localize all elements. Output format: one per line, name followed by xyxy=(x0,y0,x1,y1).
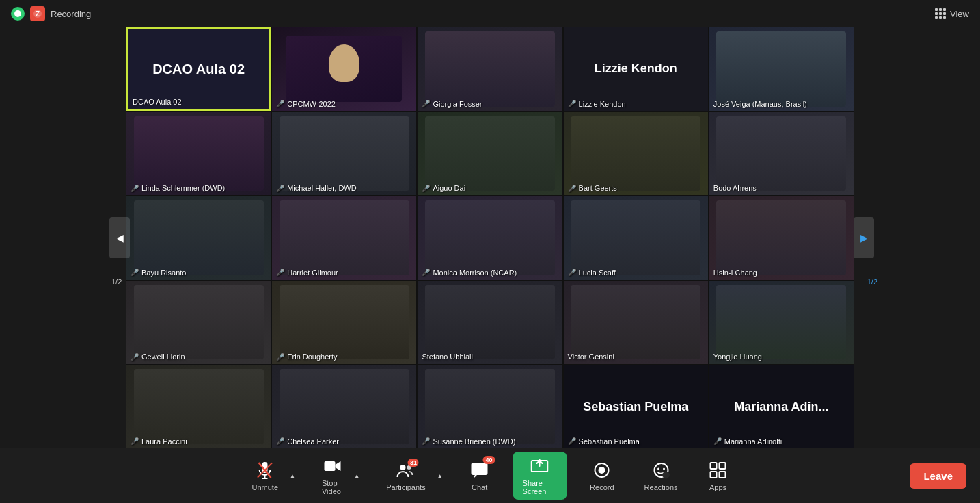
mic-muted-icon: 🎤 xyxy=(276,353,284,361)
svg-rect-9 xyxy=(472,463,488,475)
participant-video xyxy=(418,281,562,364)
view-button[interactable]: View xyxy=(935,8,969,19)
top-bar-left: Z Recording xyxy=(11,6,91,21)
participant-name: 🎤 Sebastian Puelma xyxy=(568,437,640,446)
participant-label: Linda Schlemmer (DWD) xyxy=(141,184,225,192)
participants-label: Participants xyxy=(386,483,425,491)
mic-muted-icon: 🎤 xyxy=(422,437,430,445)
big-participant-name: Lizzie Kendon xyxy=(588,55,684,83)
mic-muted-icon: 🎤 xyxy=(568,185,576,192)
record-label: Record xyxy=(590,483,614,491)
svg-rect-21 xyxy=(720,472,726,478)
participant-label: Aiguo Dai xyxy=(433,184,465,192)
video-tile: Bodo Ahrens xyxy=(709,112,854,195)
mic-muted-icon: 🎤 xyxy=(713,437,722,445)
participant-label: Michael Haller, DWD xyxy=(287,184,356,192)
participants-icon: 31 xyxy=(396,460,416,480)
svg-point-14 xyxy=(657,468,659,470)
participant-label: Lucia Scaff xyxy=(579,269,616,277)
participant-name: 🎤 Gewell Llorin xyxy=(131,353,185,361)
participant-label: Yongjie Huang xyxy=(713,353,762,361)
apps-button[interactable]: Apps xyxy=(701,456,735,495)
participant-video xyxy=(709,196,854,280)
reactions-icon: + xyxy=(651,460,671,480)
name-only-content: Lizzie Kendon xyxy=(564,27,708,111)
participant-name: 🎤 Aiguo Dai xyxy=(422,184,465,192)
participant-name: Victor Gensini xyxy=(568,353,614,361)
video-tile: 🎤 CPCMW-2022 xyxy=(272,27,416,111)
participant-label: Laura Paccini xyxy=(141,437,187,446)
chat-button[interactable]: 40 Chat xyxy=(463,456,497,495)
participants-button[interactable]: 31 Participants xyxy=(379,456,432,495)
participant-label: José Veiga (Manaus, Brasil) xyxy=(713,100,807,108)
toolbar: Unmute ▲ Stop Video ▲ xyxy=(0,448,980,503)
mic-muted-icon: 🎤 xyxy=(422,100,430,107)
participant-name: 🎤 Bart Geerts xyxy=(568,184,617,192)
right-page-num: 1/2 xyxy=(867,277,877,286)
participant-label: Hsin-I Chang xyxy=(713,269,757,277)
participant-name: 🎤 Lizzie Kendon xyxy=(568,100,626,108)
participant-label: Susanne Brienen (DWD) xyxy=(433,437,515,446)
unmute-label: Unmute xyxy=(252,483,279,491)
left-arrow-icon: ◀ xyxy=(116,232,124,243)
participant-video xyxy=(126,112,271,195)
zoom-logo: Z xyxy=(30,6,45,21)
stop-video-button[interactable]: Stop Video xyxy=(315,452,349,500)
leave-button[interactable]: Leave xyxy=(910,463,966,489)
svg-point-7 xyxy=(400,465,406,470)
participant-video xyxy=(709,112,854,195)
video-tile: 🎤 Aiguo Dai xyxy=(418,112,562,195)
participant-name: 🎤 Marianna Adinolfi xyxy=(713,437,782,446)
recording-indicator xyxy=(11,7,25,21)
video-tile: DCAO Aula 02 DCAO Aula 02 xyxy=(126,27,271,111)
participants-caret[interactable]: ▲ xyxy=(434,471,446,481)
big-participant-name: Sebastian Puelma xyxy=(576,393,695,421)
participants-count-badge: 31 xyxy=(408,459,419,467)
mic-muted-icon: 🎤 xyxy=(131,269,139,276)
dcao-title: DCAO Aula 02 xyxy=(152,60,245,78)
unmute-caret[interactable]: ▲ xyxy=(286,471,299,481)
video-tile: José Veiga (Manaus, Brasil) xyxy=(709,27,854,111)
mic-muted-icon: 🎤 xyxy=(276,100,284,107)
mic-muted-icon: 🎤 xyxy=(568,269,576,276)
participant-label: Bart Geerts xyxy=(579,184,617,192)
video-tile: 🎤 Susanne Brienen (DWD) xyxy=(418,365,562,448)
video-tile: 🎤 Laura Paccini xyxy=(126,365,271,448)
participant-video xyxy=(272,196,416,280)
participant-label: Gewell Llorin xyxy=(141,353,185,361)
participant-name: 🎤 Bayu Risanto xyxy=(131,269,186,277)
video-tile: 🎤 Chelsea Parker xyxy=(272,365,416,448)
share-screen-button[interactable]: Share Screen xyxy=(513,452,567,500)
participant-video xyxy=(709,27,854,111)
video-tile: 🎤 Michael Haller, DWD xyxy=(272,112,416,195)
mic-muted-icon: 🎤 xyxy=(276,437,284,445)
svg-point-15 xyxy=(663,468,665,470)
participant-name: 🎤 CPCMW-2022 xyxy=(276,100,336,108)
participant-label: CPCMW-2022 xyxy=(287,100,336,108)
video-tile: 🎤 Monica Morrison (NCAR) xyxy=(418,196,562,280)
stop-video-caret[interactable]: ▲ xyxy=(351,471,363,481)
mic-muted-icon: 🎤 xyxy=(568,437,576,445)
left-nav-arrow[interactable]: ◀ xyxy=(109,217,130,258)
unmute-button[interactable]: Unmute xyxy=(245,456,286,495)
video-tile: Lizzie Kendon 🎤 Lizzie Kendon xyxy=(564,27,708,111)
big-participant-name: Marianna Adin... xyxy=(727,393,835,421)
participant-name: 🎤 Susanne Brienen (DWD) xyxy=(422,437,515,446)
participant-video xyxy=(272,281,416,364)
view-label: View xyxy=(950,9,969,19)
participant-video xyxy=(564,281,708,364)
toolbar-center: Unmute ▲ Stop Video ▲ xyxy=(245,452,735,500)
participant-name: 🎤 Erin Dougherty xyxy=(276,353,337,361)
record-button[interactable]: Record xyxy=(583,456,621,495)
participant-name: Hsin-I Chang xyxy=(713,269,757,277)
reactions-button[interactable]: + Reactions xyxy=(638,456,685,495)
share-screen-label: Share Screen xyxy=(523,479,558,495)
participant-video xyxy=(126,281,271,364)
participant-label: Sebastian Puelma xyxy=(579,437,640,446)
participant-name: 🎤 Giorgia Fosser xyxy=(422,100,482,108)
left-page-num: 1/2 xyxy=(111,277,122,286)
right-nav-arrow[interactable]: ▶ xyxy=(854,217,874,258)
participant-name: 🎤 Harriet Gilmour xyxy=(276,269,338,277)
participant-video xyxy=(564,196,708,280)
svg-rect-6 xyxy=(324,461,335,471)
